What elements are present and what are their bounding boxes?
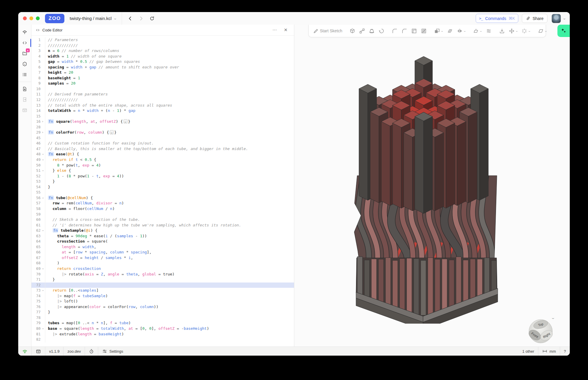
extrude-button[interactable] xyxy=(348,27,357,35)
line-gutter[interactable]: 13 xyxy=(31,103,45,108)
code-line[interactable]: 47// Basically, this is smaller at the t… xyxy=(31,146,294,152)
code-line[interactable]: 67 offsetZ = height / samples * i, xyxy=(31,255,294,261)
text-to-cad-button[interactable] xyxy=(557,25,570,37)
fold-toggle-icon[interactable]: › xyxy=(41,152,45,157)
code-line[interactable]: 12///////////// xyxy=(31,97,294,103)
code-line[interactable]: 48›fn ease(@t) { xyxy=(31,152,294,157)
code-line[interactable]: 69› return crossSection xyxy=(31,266,294,272)
line-gutter[interactable]: 71 xyxy=(31,277,45,283)
pane-menu-button[interactable]: ⋯ xyxy=(270,27,279,33)
boolean-button[interactable]: ⌄ xyxy=(433,27,445,35)
helix-button[interactable] xyxy=(485,27,493,35)
line-gutter[interactable]: 14 xyxy=(31,108,45,114)
sidebar-item-machine[interactable] xyxy=(19,105,30,115)
loft-button[interactable] xyxy=(368,27,376,35)
code-line[interactable]: 1// Parameters xyxy=(31,37,294,43)
collaborators-button[interactable]: 1 other xyxy=(519,347,538,356)
sidebar-item-logs[interactable] xyxy=(19,70,30,80)
telemetry-button[interactable] xyxy=(85,347,98,356)
fold-toggle-icon[interactable]: › xyxy=(41,195,45,201)
close-window-button[interactable] xyxy=(23,16,27,20)
code-line[interactable]: 52 1 - (8 * pow(1 - t, exp = 4)) xyxy=(31,174,294,179)
line-gutter[interactable]: 2 xyxy=(31,43,45,48)
code-line[interactable]: 49› return if t < 0.5 { xyxy=(31,157,294,163)
code-line[interactable]: 63 theta = 90deg * ease(i / (samples - 1… xyxy=(31,233,294,239)
fold-toggle-icon[interactable]: › xyxy=(41,168,45,174)
line-gutter[interactable]: 56› xyxy=(31,195,45,201)
line-gutter[interactable]: 48› xyxy=(31,152,45,157)
code-line[interactable]: 58 column = floor(cellNum / n) xyxy=(31,206,294,212)
line-gutter[interactable]: 77 xyxy=(31,310,45,315)
code-line[interactable]: 28 xyxy=(31,125,294,130)
line-gutter[interactable]: 63 xyxy=(31,233,45,239)
app-version[interactable]: v1.1.9 xyxy=(45,347,63,356)
split-button[interactable] xyxy=(446,27,454,35)
code-line[interactable]: 61 // 'i' determines how high up the tub… xyxy=(31,223,294,228)
line-gutter[interactable]: 29› xyxy=(31,130,45,135)
insert-button[interactable] xyxy=(498,27,506,35)
line-gutter[interactable]: 16› xyxy=(31,119,45,125)
code-line[interactable]: 76 |> appearance(color = colorFor(row, c… xyxy=(31,304,294,310)
code-line[interactable]: 11// Derived from parameters xyxy=(31,92,294,97)
code-line[interactable]: 65 length = width, xyxy=(31,244,294,250)
code-line[interactable]: 50 8 * pow(t, exp = 4) xyxy=(31,163,294,168)
help-button[interactable]: ? xyxy=(560,347,570,356)
network-status-button[interactable] xyxy=(18,347,31,356)
line-gutter[interactable]: 67 xyxy=(31,255,45,261)
folded-code-box[interactable]: … xyxy=(123,119,128,124)
line-gutter[interactable]: 3 xyxy=(31,48,45,54)
code-line[interactable]: 74 |> map(f = tubeSample) xyxy=(31,293,294,299)
offset-plane-button[interactable]: ⌄ xyxy=(472,27,483,35)
avatar[interactable] xyxy=(552,14,561,23)
line-gutter[interactable]: 8 xyxy=(31,75,45,81)
code-line[interactable]: 9samples = 20 xyxy=(31,81,294,86)
hole-button[interactable] xyxy=(420,27,428,35)
line-gutter[interactable]: 1 xyxy=(31,37,45,43)
line-gutter[interactable]: 75 xyxy=(31,299,45,304)
code-line[interactable]: 75 |> loft() xyxy=(31,299,294,304)
line-gutter[interactable]: 69› xyxy=(31,266,45,272)
mirror-button[interactable]: ⌄ xyxy=(455,27,467,35)
line-gutter[interactable]: 46 xyxy=(31,141,45,146)
commands-button[interactable]: >_ Commands ⌘K xyxy=(476,14,519,23)
reload-button[interactable] xyxy=(148,14,156,23)
maximize-window-button[interactable] xyxy=(36,16,40,20)
code-editor[interactable]: 1// Parameters2/////////////3n = 6 // nu… xyxy=(31,36,294,347)
code-line[interactable]: 8baseHeight = 1 xyxy=(31,75,294,81)
code-line[interactable]: 70 |> rotate(axis = Z, angle = theta, gl… xyxy=(31,272,294,277)
line-gutter[interactable]: 74 xyxy=(31,293,45,299)
line-gutter[interactable]: 28 xyxy=(31,125,45,130)
code-line[interactable]: 7height = 20 xyxy=(31,70,294,75)
code-line[interactable]: 3n = 6 // number of rows/columns xyxy=(31,48,294,54)
sidebar-item-make[interactable] xyxy=(19,95,30,105)
code-line[interactable]: 81 |> extrude(length = baseHeight) xyxy=(31,332,294,337)
code-line[interactable]: 68 ) xyxy=(31,260,294,266)
revolve-button[interactable] xyxy=(377,27,386,35)
code-line[interactable]: 57 row = rem(cellNum, divisor = n) xyxy=(31,201,294,206)
line-gutter[interactable]: 79 xyxy=(31,320,45,326)
code-line[interactable]: 59 xyxy=(31,212,294,217)
line-gutter[interactable]: 50 xyxy=(31,163,45,168)
sidebar-item-code[interactable] xyxy=(19,38,30,48)
line-gutter[interactable]: 10 xyxy=(31,86,45,92)
line-gutter[interactable]: 53 xyxy=(31,179,45,184)
settings-button[interactable]: Settings xyxy=(98,347,127,356)
line-gutter[interactable]: 80› xyxy=(31,326,45,332)
line-gutter[interactable]: 54 xyxy=(31,184,45,190)
code-line[interactable]: 80›base = square(length = totalWidth, at… xyxy=(31,326,294,332)
fold-toggle-icon[interactable]: › xyxy=(41,326,45,332)
code-line[interactable]: 51› } else { xyxy=(31,168,294,174)
code-line[interactable]: 78 xyxy=(31,315,294,321)
line-gutter[interactable]: 49› xyxy=(31,157,45,163)
code-line[interactable]: 66 at = [row * spacing, column * spacing… xyxy=(31,250,294,255)
line-gutter[interactable]: 15 xyxy=(31,114,45,119)
line-gutter[interactable]: 68 xyxy=(31,260,45,266)
line-gutter[interactable]: 57 xyxy=(31,201,45,206)
code-line[interactable]: 77} xyxy=(31,310,294,315)
minimize-window-button[interactable] xyxy=(29,16,33,20)
fold-toggle-icon[interactable]: › xyxy=(41,119,45,125)
line-gutter[interactable]: 47 xyxy=(31,146,45,152)
line-gutter[interactable]: 65 xyxy=(31,244,45,250)
code-line[interactable]: 53 } xyxy=(31,179,294,184)
line-gutter[interactable]: 76 xyxy=(31,304,45,310)
